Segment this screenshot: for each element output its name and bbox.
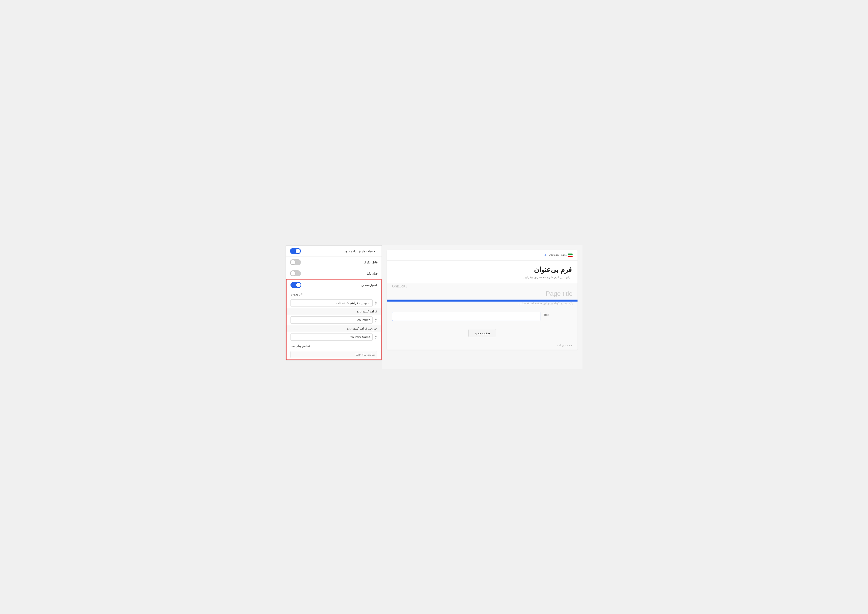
toggle-slider-off2 [290,270,301,276]
show-field-name-toggle[interactable] [290,248,301,254]
repeatable-toggle[interactable] [290,259,301,265]
add-language-button[interactable]: + [544,253,547,258]
form-title-section: فرم بی‌عنوان برای این فرم شرح مختصری بیف… [387,261,578,283]
repeatable-row: قابل تکرار [286,257,381,268]
form-title: فرم بی‌عنوان [393,266,572,274]
toggle-slider-off [290,259,301,265]
language-name: Persian (Iran) [549,253,567,257]
home-page-label: صفحه موقت [387,341,578,350]
if-input-label: اگر ورودی [290,292,303,296]
show-field-name-label: نام فیلد نمایش داده شود [304,249,378,253]
validation-label: اعتبارسنجی [304,283,377,287]
text-field-row: Text [387,308,578,325]
toggle-slider [290,248,301,254]
countries-arrows: ▲ ▼ [375,318,377,323]
show-error-row: نمایش پیام خطا [287,342,381,350]
data-provider-label: فراهم کننده داده [287,308,381,315]
error-message-input[interactable] [290,351,377,358]
countries-dropdown-row[interactable]: ▲ ▼ countries [287,315,381,325]
blue-selection-bar [387,300,578,302]
new-page-btn-row: صفحه جدید [387,325,578,341]
text-input-preview [392,312,540,321]
validation-toggle-slider [290,282,301,288]
text-input-box[interactable] [392,312,540,321]
show-field-name-row: نام فیلد نمایش داده شود [286,246,381,257]
form-header: + Persian (Iran) [387,250,578,261]
countries-dropdown[interactable]: countries [290,316,373,323]
page-title-large: Page title [387,289,578,300]
show-error-label: نمایش پیام خطا [290,344,310,348]
validation-toggle[interactable] [290,282,301,288]
iran-flag-icon [567,253,573,257]
validation-header: اعتبارسنجی [287,280,381,291]
form-subtitle: برای این فرم شرح مختصری بیفزایید. [393,275,572,279]
country-name-dropdown[interactable]: Country Name [290,334,373,341]
page-info: PAGE 1 OF 1 [392,285,407,288]
error-input-row[interactable] [287,350,381,359]
new-page-button[interactable]: صفحه جدید [468,329,496,337]
country-name-arrows: ▲ ▼ [375,335,377,340]
if-input-row: اگر ورودی [287,291,381,298]
left-panel: نام فیلد نمایش داده شود قابل تکرار فیلد … [285,245,382,361]
right-panel: + Persian (Iran) فرم بی‌عنوان برای این ف… [382,245,583,369]
provider-dropdown-row[interactable]: ▲ ▼ به وسیله فراهم کننده داده [287,298,381,308]
data-output-label: خروجی فراهم کننده داده [287,325,381,332]
unique-field-row: فیلد یکتا [286,268,381,279]
page-description: یک توضیح کوتاه برای این صفحه اضافه نمایی… [387,302,578,308]
unique-field-toggle[interactable] [290,270,301,276]
repeatable-label: قابل تکرار [304,260,378,264]
page-header: PAGE 1 OF 1 [387,283,578,289]
country-name-dropdown-row[interactable]: ▲ ▼ Country Name [287,332,381,342]
page-section: PAGE 1 OF 1 Page title یک توضیح کوتاه بر… [387,283,578,350]
unique-field-label: فیلد یکتا [304,272,378,275]
provider-dropdown[interactable]: به وسیله فراهم کننده داده [290,299,373,306]
validation-section: اعتبارسنجی اگر ورودی ▲ ▼ به وسیله فراهم … [286,279,381,360]
text-field-label: Text [543,312,549,317]
main-container: نام فیلد نمایش داده شود قابل تکرار فیلد … [285,245,583,369]
provider-arrows: ▲ ▼ [375,300,377,306]
language-badge: Persian (Iran) [549,253,573,257]
form-preview: + Persian (Iran) فرم بی‌عنوان برای این ف… [387,250,578,350]
